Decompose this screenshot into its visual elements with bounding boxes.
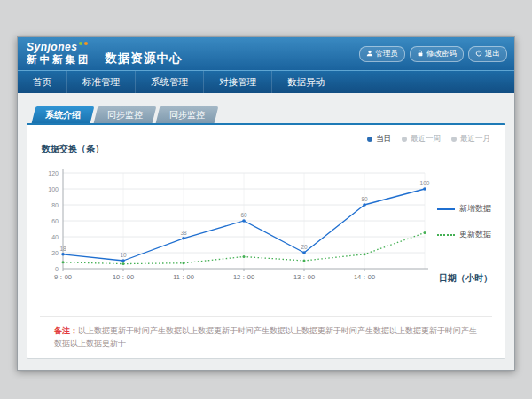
footnote-text: 以上数据更新于时间产生数据以上数据更新于时间产生数据以上数据更新于时间产生数据以… (54, 326, 477, 348)
svg-text:40: 40 (51, 234, 59, 240)
chart-y-axis-title: 数据交换（条） (42, 143, 104, 155)
period-filter-0[interactable]: 当日 (367, 134, 391, 145)
svg-text:60: 60 (51, 218, 59, 224)
chart-panel: 数据交换（条） 当日最近一周最近一月 0204060801001209：0010… (27, 123, 505, 359)
tab-system-intro[interactable]: 系统介绍 (32, 106, 95, 123)
period-filter-label: 当日 (376, 134, 391, 145)
nav-item-home[interactable]: 首页 (18, 71, 67, 93)
svg-text:100: 100 (48, 186, 59, 192)
period-filter-dot-icon (367, 137, 372, 142)
svg-text:80: 80 (361, 196, 368, 202)
logout-label: 退出 (485, 49, 500, 59)
logo-dot-orange-icon (84, 42, 88, 45)
tab-sync-monitor-2[interactable]: 同步监控 (156, 106, 219, 123)
svg-text:13：00: 13：00 (293, 273, 315, 281)
svg-text:20: 20 (51, 250, 59, 256)
svg-text:80: 80 (51, 202, 59, 208)
logout-button[interactable]: 退出 (468, 46, 507, 62)
chart-x-axis-title: 日期（小时） (439, 272, 492, 285)
user-icon (366, 50, 373, 59)
legend-line-sample (437, 234, 455, 236)
period-filters: 当日最近一周最近一月 (367, 134, 490, 145)
content-area: 系统介绍 同步监控 同步监控 数据交换（条） 当日最近一周最近一月 020406… (18, 93, 514, 371)
svg-text:20: 20 (301, 244, 308, 250)
svg-text:12：00: 12：00 (233, 273, 254, 281)
period-filter-label: 最近一月 (460, 134, 490, 145)
legend-item-1[interactable]: 更新数据 (437, 229, 497, 240)
svg-text:18: 18 (59, 246, 66, 252)
tab-sync-monitor-1[interactable]: 同步监控 (94, 106, 157, 123)
period-filter-2[interactable]: 最近一月 (451, 134, 490, 145)
nav-item-system-mgmt[interactable]: 系统管理 (136, 71, 204, 93)
legend-label: 新增数据 (459, 203, 491, 215)
chart-svg: 0204060801001209：0010：0011：0012：0013：001… (36, 162, 437, 288)
svg-text:11：00: 11：00 (173, 273, 194, 281)
tab-label: 系统介绍 (45, 109, 81, 121)
logo-company-text: 新中新集团 (27, 53, 91, 66)
svg-text:38: 38 (180, 230, 187, 236)
legend-item-0[interactable]: 新增数据 (437, 203, 497, 215)
admin-button-label: 管理员 (376, 49, 399, 59)
footnote-label: 备注： (54, 326, 78, 335)
tab-label: 同步监控 (169, 109, 205, 121)
svg-text:0: 0 (55, 266, 59, 272)
nav-item-data-change[interactable]: 数据异动 (272, 71, 340, 93)
admin-button[interactable]: 管理员 (359, 46, 406, 62)
legend-label: 更新数据 (459, 229, 491, 240)
tab-bar: 系统介绍 同步监控 同步监控 (34, 106, 505, 123)
period-filter-1[interactable]: 最近一周 (402, 134, 441, 145)
series-legend: 新增数据更新数据 (437, 203, 497, 240)
tab-label: 同步监控 (107, 109, 143, 121)
app-title: 数据资源中心 (106, 51, 183, 66)
legend-line-sample (437, 208, 455, 210)
svg-text:14：00: 14：00 (354, 273, 375, 281)
power-icon (475, 50, 482, 59)
period-filter-dot-icon (402, 137, 407, 142)
svg-text:10: 10 (120, 252, 127, 258)
logo-dot-green-icon (79, 42, 82, 45)
change-password-label: 修改密码 (426, 49, 457, 59)
period-filter-label: 最近一周 (411, 134, 441, 145)
svg-text:9：00: 9：00 (54, 273, 72, 281)
svg-text:120: 120 (48, 170, 59, 176)
nav-item-interface-mgmt[interactable]: 对接管理 (204, 71, 272, 93)
svg-text:100: 100 (420, 180, 430, 186)
line-chart: 0204060801001209：0010：0011：0012：0013：001… (36, 162, 437, 292)
main-nav: 首页 标准管理 系统管理 对接管理 数据异动 (18, 70, 514, 93)
footnote: 备注：以上数据更新于时间产生数据以上数据更新于时间产生数据以上数据更新于时间产生… (40, 316, 492, 349)
period-filter-dot-icon (451, 137, 457, 142)
app-window: Synjones 新中新集团 数据资源中心 管理员 修改密码 退出 首页 标准管… (17, 36, 515, 371)
app-header: Synjones 新中新集团 数据资源中心 管理员 修改密码 退出 (18, 37, 514, 70)
nav-item-standard-mgmt[interactable]: 标准管理 (67, 71, 136, 93)
synjones-logo: Synjones 新中新集团 (27, 41, 91, 66)
lock-icon (417, 50, 424, 59)
svg-text:60: 60 (240, 212, 247, 218)
svg-text:10：00: 10：00 (113, 273, 134, 281)
header-actions: 管理员 修改密码 退出 (359, 46, 508, 62)
change-password-button[interactable]: 修改密码 (410, 46, 464, 62)
logo-brand-text: Synjones (27, 41, 77, 53)
